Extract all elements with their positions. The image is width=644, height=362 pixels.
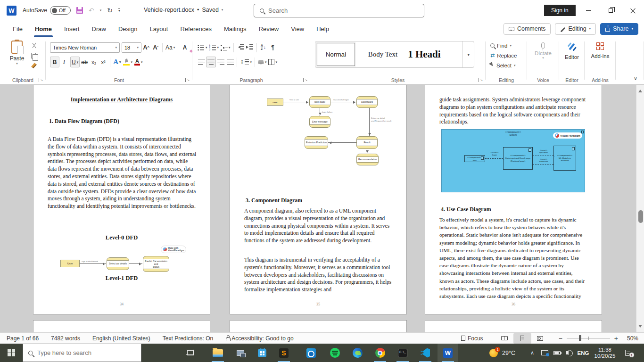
tab-references[interactable]: References (174, 21, 217, 37)
comments-button[interactable]: Comments (504, 23, 551, 35)
font-color-button[interactable]: A▾ (133, 57, 144, 67)
sort-button[interactable]: ↓ (259, 42, 268, 53)
clock-tray[interactable]: 11:38 10/20/25 (592, 344, 618, 362)
tab-review[interactable]: Review (253, 21, 285, 37)
increase-indent-button[interactable] (245, 42, 255, 53)
tab-home[interactable]: Home (29, 21, 58, 37)
select-button[interactable]: Select▾ (490, 61, 517, 70)
tab-file[interactable]: File (7, 21, 29, 37)
strikethrough-button[interactable]: ab (80, 57, 89, 67)
highlight-button[interactable]: ▾ (122, 57, 134, 67)
language-indicator[interactable]: English (United States) (92, 335, 150, 342)
document-title[interactable]: Vehicle-report.docx • Saved ▾ (144, 7, 223, 13)
tab-draw[interactable]: Draw (86, 21, 112, 37)
chrome-button[interactable] (370, 344, 390, 362)
component-paragraph-1[interactable]: A component diagram, also referred to as… (244, 207, 393, 245)
doc-heading[interactable]: Implementation or Architecture Diagrams (33, 96, 210, 103)
dfd-paragraph[interactable]: A Data Flow Diagram (DFD) is a visual re… (48, 136, 197, 210)
page-35[interactable]: user Visit a site login page Successfull… (230, 85, 407, 314)
align-right-button[interactable] (216, 57, 225, 67)
format-painter-icon[interactable] (31, 63, 37, 68)
page-34[interactable]: Implementation or Architecture Diagrams … (33, 85, 210, 314)
copy-icon[interactable] (31, 53, 36, 58)
use-case-heading[interactable]: 4. Use Case Diagram (441, 206, 491, 213)
share-button[interactable]: Share ▾ (600, 23, 638, 35)
action-center-button[interactable]: 1 (620, 344, 636, 362)
tab-mailings[interactable]: Mailings (218, 21, 253, 37)
style-normal[interactable]: Normal (317, 43, 355, 66)
component-paragraph-3[interactable]: guide task assignments. System administr… (439, 96, 588, 126)
spotify-button[interactable] (324, 344, 345, 362)
outlook-button[interactable] (301, 344, 322, 362)
document-canvas[interactable]: Implementation or Architecture Diagrams … (0, 85, 644, 332)
line-spacing-button[interactable]: ▾ (239, 57, 253, 67)
superscript-button[interactable]: x² (99, 57, 108, 67)
focus-button[interactable]: Focus (461, 335, 483, 342)
remote-desktop-button[interactable] (230, 344, 251, 362)
undo-dropdown-icon[interactable]: ▾ (100, 8, 102, 12)
customize-toolbar-icon[interactable]: ▾ (118, 8, 120, 12)
borders-button[interactable]: ▾ (267, 57, 278, 67)
web-layout-button[interactable] (531, 333, 549, 344)
weather-widget[interactable]: 1 29°C (489, 344, 515, 362)
show-formatting-marks-button[interactable]: ¶ (268, 42, 278, 53)
zoom-in-button[interactable]: + (614, 335, 618, 342)
read-mode-button[interactable] (495, 333, 513, 344)
text-effects-button[interactable]: A▾ (112, 57, 122, 67)
paste-dropdown-icon[interactable]: ▾ (6, 62, 28, 66)
display-tray-button[interactable] (538, 344, 551, 362)
edge-button[interactable] (347, 344, 368, 362)
clear-formatting-button[interactable]: A (180, 42, 190, 53)
editing-mode-button[interactable]: Editing ▾ (555, 23, 596, 35)
clipboard-dialog-launcher[interactable]: ↘ (39, 78, 43, 82)
italic-button[interactable]: I (59, 57, 69, 67)
collapse-ribbon-icon[interactable]: ∨ (634, 75, 637, 82)
search-input[interactable] (268, 7, 400, 14)
title-dropdown-icon[interactable]: ▾ (222, 8, 223, 12)
style-heading-1[interactable]: 1 Headi (408, 41, 462, 67)
print-layout-button[interactable] (513, 333, 531, 344)
level0-caption[interactable]: Level-0 DFD (33, 234, 210, 241)
tab-design[interactable]: Design (112, 21, 143, 37)
paste-button[interactable]: Paste ▾ (6, 41, 28, 66)
taskbar-search-input[interactable] (37, 349, 127, 356)
align-left-button[interactable] (197, 57, 206, 67)
redo-icon[interactable]: ↻ (107, 7, 113, 14)
scroll-down-icon[interactable] (638, 325, 642, 329)
file-explorer-button[interactable] (207, 344, 228, 362)
sign-in-button[interactable]: Sign in (544, 5, 576, 16)
shrink-font-button[interactable]: Aˇ (151, 42, 160, 53)
start-button[interactable] (0, 344, 23, 362)
taskbar-search-box[interactable] (23, 344, 141, 362)
volume-tray-button[interactable] (562, 344, 575, 362)
save-icon[interactable] (76, 7, 83, 14)
style-body-text[interactable]: Body Text (358, 41, 408, 67)
tab-view[interactable]: View (285, 21, 310, 37)
component-paragraph-2[interactable]: This diagram is instrumental in verifyin… (244, 256, 393, 294)
word-app-icon[interactable]: W (7, 6, 17, 16)
zoom-out-button[interactable]: − (559, 335, 562, 342)
cut-icon[interactable] (31, 42, 37, 49)
bullets-button[interactable]: ▾ (197, 42, 208, 53)
bold-button[interactable]: B (50, 57, 59, 67)
grow-font-button[interactable]: A^ (141, 42, 151, 53)
page-36[interactable]: guide task assignments. System administr… (425, 85, 602, 314)
subscript-button[interactable]: x₂ (89, 57, 99, 67)
component-diagram-heading[interactable]: 3. Component Diagram (246, 197, 302, 204)
task-view-button[interactable] (180, 344, 201, 362)
styles-dialog-launcher[interactable]: ↘ (479, 78, 483, 82)
text-predictions[interactable]: Text Predictions: On (163, 335, 213, 342)
vscode-button[interactable] (415, 344, 436, 362)
tab-layout[interactable]: Layout (143, 21, 174, 37)
justify-button[interactable] (225, 57, 235, 67)
tab-help[interactable]: Help (310, 21, 335, 37)
styles-gallery-more-icon[interactable]: ▾ (462, 41, 474, 67)
underline-button[interactable]: U▾ (70, 57, 80, 67)
font-name-combo[interactable]: Times New Roman ▾ (50, 42, 120, 53)
shading-button[interactable]: ▾ (257, 57, 268, 67)
addins-button[interactable]: Add-ins (585, 42, 616, 59)
scroll-up-icon[interactable] (638, 88, 642, 92)
close-button[interactable] (622, 0, 644, 21)
battery-tray-button[interactable] (551, 344, 563, 362)
zoom-level[interactable]: 50% (622, 335, 638, 342)
